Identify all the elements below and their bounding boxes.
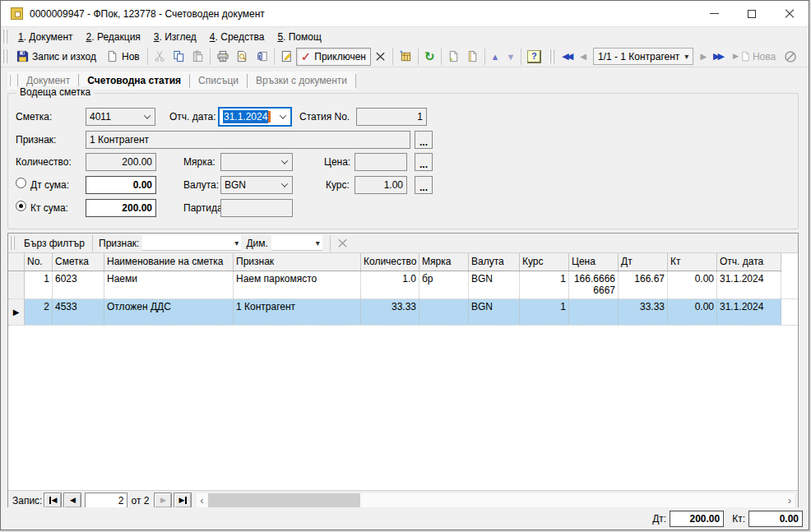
first-row-button[interactable]: ◀ [44,493,62,508]
doc-date-combo[interactable]: 31.1.2024 [218,107,292,127]
help-button[interactable]: ? [524,48,545,66]
tab-lists[interactable]: Списъци [190,74,248,88]
table-icon [399,50,412,62]
attribute-lookup-button[interactable]: ... [415,131,433,149]
quantity-field[interactable]: 200.00 [86,153,156,171]
price-lookup-button[interactable]: ... [415,153,433,171]
table-row[interactable]: ▶ 2 4533 Отложен ДДС 1 Контрагент 33.33 … [8,299,798,326]
chevron-down-icon[interactable] [275,109,290,125]
menu-document[interactable]: 1. Документ [12,29,80,45]
new-button[interactable]: Нов [101,48,145,66]
new-record-button[interactable]: ▶ Нова [728,48,781,66]
grid-header-dt[interactable]: Дт [619,253,668,271]
prev-record-button[interactable]: ◀ [577,48,590,66]
dt-sum-field[interactable]: 0.00 [86,176,156,194]
currency-combo[interactable]: BGN [220,176,293,194]
minimize-button[interactable] [695,1,733,26]
cell-price [569,299,619,325]
doc-date-label: Отч. дата: [169,110,216,123]
new-table-button[interactable] [396,48,415,66]
attachments-button[interactable] [252,48,271,66]
print-preview-button[interactable] [233,48,252,66]
account-combo[interactable]: 4011 [86,108,155,126]
scroll-right-icon[interactable]: › [785,494,795,507]
menu-tools[interactable]: 4. Средства [203,29,271,45]
table-row[interactable]: 1 6023 Наеми Наем паркомясто 1.0 бр BGN … [8,271,798,299]
completed-toggle-button[interactable]: ✓ Приключен [296,48,371,66]
filter-attribute-dropdown[interactable]: ▾ [142,235,241,251]
grid-header-currency[interactable]: Валута [469,253,520,271]
grid-header-account-name[interactable]: Наименование на сметка [104,253,234,271]
grid-header-account[interactable]: Сметка [53,253,104,271]
drag-grip[interactable] [2,49,4,63]
kt-radio[interactable] [16,201,26,211]
separator [147,49,148,65]
record-number-field[interactable]: 2 [85,493,127,508]
delete-button[interactable] [371,48,390,66]
grid-header-kt[interactable]: Кт [668,253,717,271]
grid-header-no[interactable]: No. [25,253,53,271]
measure-combo[interactable] [220,153,293,171]
paste-button[interactable] [188,48,207,66]
copy-entry-button[interactable] [444,48,463,66]
menu-bar: 1. Документ 2. Редакция 3. Изглед 4. Сре… [1,26,809,46]
print-button[interactable] [213,48,233,66]
next-record-button[interactable]: ▶ [697,48,710,66]
move-up-button[interactable]: ▲ [488,48,503,66]
tab-accounting-entry[interactable]: Счетоводна статия [79,74,190,88]
last-row-button[interactable]: ▶ [174,493,192,508]
grid-header-measure[interactable]: Мярка [419,253,469,271]
menu-help[interactable]: 5. Помощ [271,29,327,45]
chevron-down-icon[interactable] [139,109,155,125]
entries-grid: No. Сметка Наименование на сметка Призна… [8,253,798,490]
drag-grip[interactable] [2,30,4,44]
kt-sum-field[interactable]: 200.00 [86,199,156,217]
save-exit-button[interactable]: Запис и изход [12,48,101,66]
grid-header-date[interactable]: Отч. дата [717,253,781,271]
cancel-button[interactable] [781,48,800,66]
chevron-down-icon[interactable] [276,154,292,170]
refresh-button[interactable]: ↻ [421,48,438,66]
maximize-button[interactable] [733,1,771,26]
entry-no-field[interactable]: 1 [356,108,427,126]
prev-row-button[interactable]: ◀ [63,493,81,508]
page-icon [447,50,460,62]
rate-field[interactable]: 1.00 [355,176,407,194]
last-record-button[interactable]: ▶▶ [710,48,728,66]
next-row-button[interactable]: ▶ [154,493,172,508]
clear-filter-button[interactable] [333,234,352,252]
tab-document[interactable]: Документ [17,74,79,88]
copy-button[interactable] [169,48,188,66]
grid-header-attribute[interactable]: Признак [234,253,361,271]
grid-header-rate[interactable]: Курс [520,253,569,271]
filter-dim-dropdown[interactable]: ▾ [271,235,322,251]
new-document-icon [106,50,118,62]
cell-account: 4533 [53,299,104,325]
horizontal-scrollbar[interactable]: ‹ › [197,493,795,507]
price-field[interactable] [355,153,407,171]
menu-edit[interactable]: 2. Редакция [80,29,147,45]
chevron-down-icon[interactable] [276,177,292,193]
cell-account: 6023 [53,271,104,298]
cut-button[interactable] [151,48,169,66]
menu-view[interactable]: 3. Изглед [147,29,203,45]
batch-field[interactable] [220,199,293,217]
selected-text: 31.1.2024 [223,110,268,123]
scrollbar-thumb[interactable] [208,493,360,507]
tab-document-links[interactable]: Връзки с документи [248,74,356,88]
dt-sum-label: Дт сума: [30,178,69,192]
edit-document-button[interactable] [277,48,296,66]
scroll-left-icon[interactable]: ‹ [197,494,206,507]
dt-radio[interactable] [16,178,26,188]
quick-filter-button[interactable]: Бърз филтър [19,234,90,252]
paste-entry-button[interactable] [463,48,482,66]
record-selector-dropdown[interactable]: 1/1 - 1 Контрагент ▾ [593,48,693,65]
rate-lookup-button[interactable]: ... [415,176,433,194]
close-button[interactable] [771,1,809,26]
first-record-button[interactable]: ◀◀ [558,48,577,66]
grid-header-quantity[interactable]: Количество [361,253,419,271]
grid-header-price[interactable]: Цена [569,253,619,271]
attribute-field[interactable]: 1 Контрагент [86,131,410,149]
page-icon [740,51,751,62]
move-down-button[interactable]: ▼ [503,48,518,66]
